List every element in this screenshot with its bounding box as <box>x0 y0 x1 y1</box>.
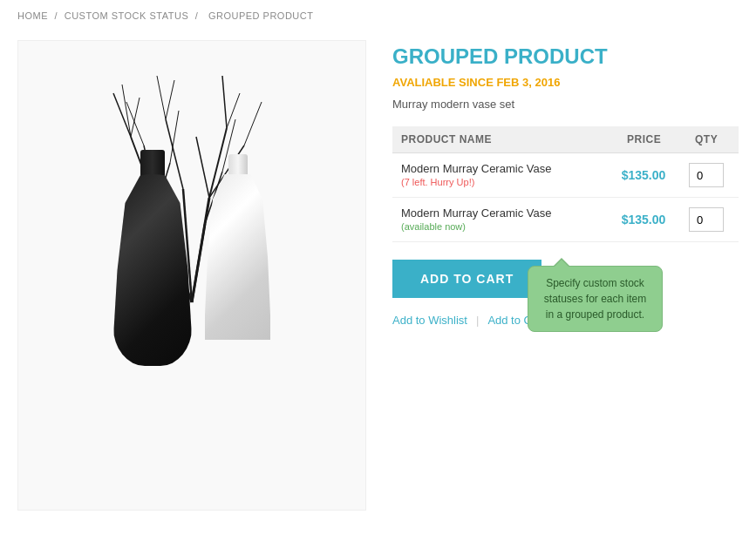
vase-image <box>113 150 270 401</box>
add-to-cart-button[interactable]: ADD TO CART <box>392 260 541 298</box>
branches-svg <box>70 50 314 311</box>
product-description: Murray modern vase set <box>392 98 739 111</box>
vase-white <box>205 154 270 340</box>
qty-input-2[interactable] <box>689 207 724 232</box>
svg-line-15 <box>244 102 262 145</box>
table-row: Modern Murray Ceramic Vase (7 left. Hurr… <box>392 153 739 198</box>
stock-status-1: (7 left. Hurry Up!) <box>401 177 474 187</box>
svg-line-18 <box>166 80 174 119</box>
col-header-qty: QTY <box>674 126 739 153</box>
links-separator: | <box>476 314 479 327</box>
qty-cell-2[interactable] <box>674 198 739 242</box>
table-header-row: PRODUCT NAME PRICE QTY <box>392 126 739 153</box>
svg-line-7 <box>113 93 131 137</box>
product-name-label-2: Modern Murray Ceramic Vase <box>401 206 551 220</box>
col-header-price: PRICE <box>598 126 674 153</box>
breadcrumb-home[interactable]: HOME <box>17 10 48 21</box>
product-name-2: Modern Murray Ceramic Vase (available no… <box>392 198 598 242</box>
breadcrumb: HOME / CUSTOM STOCK STATUS / GROUPED PRO… <box>0 0 756 31</box>
price-1: $135.00 <box>598 153 674 198</box>
product-table: PRODUCT NAME PRICE QTY Modern Murray Cer… <box>392 126 739 242</box>
product-image-area <box>17 40 366 511</box>
svg-line-14 <box>227 93 240 128</box>
availability-text: AVALIABLE SINCE FEB 3, 2016 <box>392 76 739 89</box>
breadcrumb-current: GROUPED PRODUCT <box>208 10 314 21</box>
svg-line-17 <box>157 76 166 119</box>
stock-status-2: (available now) <box>401 221 466 232</box>
table-row: Modern Murray Ceramic Vase (available no… <box>392 198 739 242</box>
product-info: GROUPED PRODUCT AVALIABLE SINCE FEB 3, 2… <box>392 40 739 511</box>
qty-input-1[interactable] <box>689 163 724 187</box>
links-row: Add to Wishlist | Add to Compare Specify… <box>392 314 739 327</box>
tooltip-text: Specify custom stock statuses for each i… <box>544 277 646 321</box>
product-name-label-1: Modern Murray Ceramic Vase <box>401 162 551 175</box>
main-content: GROUPED PRODUCT AVALIABLE SINCE FEB 3, 2… <box>0 31 756 528</box>
add-to-wishlist-link[interactable]: Add to Wishlist <box>392 314 467 327</box>
qty-cell-1[interactable] <box>674 153 739 198</box>
svg-line-13 <box>222 76 227 128</box>
col-header-name: PRODUCT NAME <box>392 126 598 153</box>
tooltip-callout: Specify custom stock statuses for each i… <box>528 266 663 332</box>
breadcrumb-sep2: / <box>195 10 199 21</box>
breadcrumb-sep1: / <box>55 10 58 21</box>
breadcrumb-custom-stock[interactable]: CUSTOM STOCK STATUS <box>65 10 189 21</box>
product-title: GROUPED PRODUCT <box>392 44 739 69</box>
svg-line-3 <box>192 224 205 302</box>
vase-black <box>113 150 192 366</box>
product-name-1: Modern Murray Ceramic Vase (7 left. Hurr… <box>392 153 598 198</box>
price-2: $135.00 <box>598 198 674 242</box>
